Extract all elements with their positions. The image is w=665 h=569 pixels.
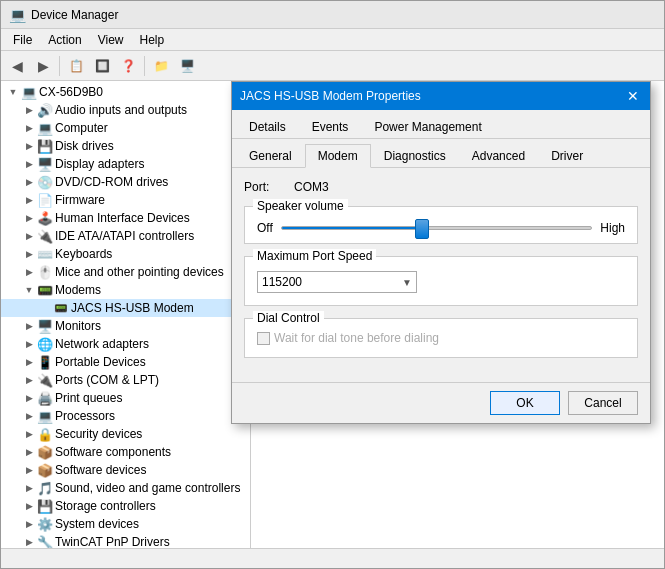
item-toggle[interactable]: ▶ (21, 480, 37, 496)
item-toggle[interactable]: ▶ (21, 390, 37, 406)
list-item[interactable]: ▶ 🌐 Network adapters (1, 335, 250, 353)
item-label: Network adapters (55, 337, 149, 351)
item-toggle[interactable]: ▶ (21, 462, 37, 478)
item-label: TwinCAT PnP Drivers (55, 535, 170, 548)
list-item[interactable]: ▶ 📦 Software components (1, 443, 250, 461)
item-toggle[interactable]: ▶ (21, 210, 37, 226)
item-toggle[interactable]: ▶ (21, 246, 37, 262)
list-item[interactable]: ▶ 🖥️ Display adapters (1, 155, 250, 173)
list-item[interactable]: ▶ 💿 DVD/CD-ROM drives (1, 173, 250, 191)
ok-button[interactable]: OK (490, 391, 560, 415)
item-toggle[interactable]: ▶ (21, 102, 37, 118)
item-label: Keyboards (55, 247, 112, 261)
forward-button[interactable]: ▶ (31, 54, 55, 78)
dialog-close-button[interactable]: ✕ (624, 87, 642, 105)
scan-button[interactable]: 🔲 (90, 54, 114, 78)
menu-action[interactable]: Action (40, 31, 89, 49)
item-toggle[interactable]: ▶ (21, 336, 37, 352)
tab-advanced[interactable]: Advanced (459, 144, 538, 168)
modems-toggle[interactable]: ▼ (21, 282, 37, 298)
back-button[interactable]: ◀ (5, 54, 29, 78)
monitor-button[interactable]: 🖥️ (175, 54, 199, 78)
main-window: 💻 Device Manager File Action View Help ◀… (0, 0, 665, 569)
cancel-button[interactable]: Cancel (568, 391, 638, 415)
jacs-modem-label: JACS HS-USB Modem (71, 301, 194, 315)
list-item[interactable]: ▶ 🎵 Sound, video and game controllers (1, 479, 250, 497)
root-toggle[interactable]: ▼ (5, 84, 21, 100)
item-label: Computer (55, 121, 108, 135)
item-toggle[interactable]: ▶ (21, 516, 37, 532)
dialog-title: JACS HS-USB Modem Properties (240, 89, 624, 103)
tree-modems[interactable]: ▼ 📟 Modems (1, 281, 250, 299)
item-toggle[interactable]: ▶ (21, 174, 37, 190)
tab-general[interactable]: General (236, 144, 305, 168)
tab-events[interactable]: Events (299, 115, 362, 139)
dial-tone-row: Wait for dial tone before dialing (257, 327, 625, 345)
list-item[interactable]: ▶ 🔊 Audio inputs and outputs (1, 101, 250, 119)
item-toggle[interactable]: ▶ (21, 120, 37, 136)
list-item[interactable]: ▶ 💻 Processors (1, 407, 250, 425)
port-speed-dropdown[interactable]: 115200 ▼ (257, 271, 417, 293)
item-toggle[interactable]: ▶ (21, 372, 37, 388)
menu-view[interactable]: View (90, 31, 132, 49)
list-item[interactable]: ▶ 🔌 IDE ATA/ATAPI controllers (1, 227, 250, 245)
tab-diagnostics[interactable]: Diagnostics (371, 144, 459, 168)
modems-label: Modems (55, 283, 101, 297)
item-toggle[interactable]: ▶ (21, 408, 37, 424)
list-item[interactable]: ▶ 🕹️ Human Interface Devices (1, 209, 250, 227)
title-bar: 💻 Device Manager (1, 1, 664, 29)
folder-button[interactable]: 📁 (149, 54, 173, 78)
dialog-tabs-row2: General Modem Diagnostics Advanced Drive… (232, 139, 650, 168)
tree-jacs-modem[interactable]: ▶ 📟 JACS HS-USB Modem (1, 299, 250, 317)
tab-modem[interactable]: Modem (305, 144, 371, 168)
item-label: Portable Devices (55, 355, 146, 369)
tree-view[interactable]: ▼ 💻 CX-56D9B0 ▶ 🔊 Audio inputs and outpu… (1, 81, 251, 548)
dialog-content: Port: COM3 Speaker volume Off High (232, 168, 650, 382)
volume-slider-thumb[interactable] (415, 219, 429, 239)
item-toggle[interactable]: ▶ (21, 156, 37, 172)
list-item[interactable]: ▶ 🖱️ Mice and other pointing devices (1, 263, 250, 281)
list-item[interactable]: ▶ 📦 Software devices (1, 461, 250, 479)
tree-root[interactable]: ▼ 💻 CX-56D9B0 (1, 83, 250, 101)
dialog-tabs-row1: Details Events Power Management (232, 110, 650, 139)
item-label: Storage controllers (55, 499, 156, 513)
port-value: COM3 (294, 180, 329, 194)
item-toggle[interactable]: ▶ (21, 426, 37, 442)
tab-driver[interactable]: Driver (538, 144, 596, 168)
list-item[interactable]: ▶ 🖥️ Monitors (1, 317, 250, 335)
list-item[interactable]: ▶ ⚙️ System devices (1, 515, 250, 533)
tab-power-management[interactable]: Power Management (361, 115, 494, 139)
properties-dialog: JACS HS-USB Modem Properties ✕ Details E… (231, 81, 651, 424)
item-toggle[interactable]: ▶ (21, 444, 37, 460)
item-toggle[interactable]: ▶ (21, 354, 37, 370)
item-toggle[interactable]: ▶ (21, 318, 37, 334)
menu-help[interactable]: Help (132, 31, 173, 49)
item-toggle[interactable]: ▶ (21, 264, 37, 280)
list-item[interactable]: ▶ 🖨️ Print queues (1, 389, 250, 407)
list-item[interactable]: ▶ 🔧 TwinCAT PnP Drivers (1, 533, 250, 548)
dial-tone-checkbox[interactable] (257, 332, 270, 345)
toolbar-sep-1 (59, 56, 60, 76)
list-item[interactable]: ▶ 🔒 Security devices (1, 425, 250, 443)
properties-button[interactable]: 📋 (64, 54, 88, 78)
item-toggle[interactable]: ▶ (21, 498, 37, 514)
list-item[interactable]: ▶ 💾 Storage controllers (1, 497, 250, 515)
list-item[interactable]: ▶ 📱 Portable Devices (1, 353, 250, 371)
list-item[interactable]: ▶ 💾 Disk drives (1, 137, 250, 155)
item-toggle[interactable]: ▶ (21, 138, 37, 154)
root-label: CX-56D9B0 (39, 85, 103, 99)
volume-slider-track[interactable] (281, 226, 593, 230)
item-label: Audio inputs and outputs (55, 103, 187, 117)
list-item[interactable]: ▶ 🔌 Ports (COM & LPT) (1, 371, 250, 389)
tab-details[interactable]: Details (236, 115, 299, 139)
item-label: Monitors (55, 319, 101, 333)
item-toggle[interactable]: ▶ (21, 228, 37, 244)
item-toggle[interactable]: ▶ (21, 534, 37, 548)
list-item[interactable]: ▶ 📄 Firmware (1, 191, 250, 209)
list-item[interactable]: ▶ ⌨️ Keyboards (1, 245, 250, 263)
item-label: Firmware (55, 193, 105, 207)
item-toggle[interactable]: ▶ (21, 192, 37, 208)
menu-file[interactable]: File (5, 31, 40, 49)
list-item[interactable]: ▶ 💻 Computer (1, 119, 250, 137)
help-button[interactable]: ❓ (116, 54, 140, 78)
